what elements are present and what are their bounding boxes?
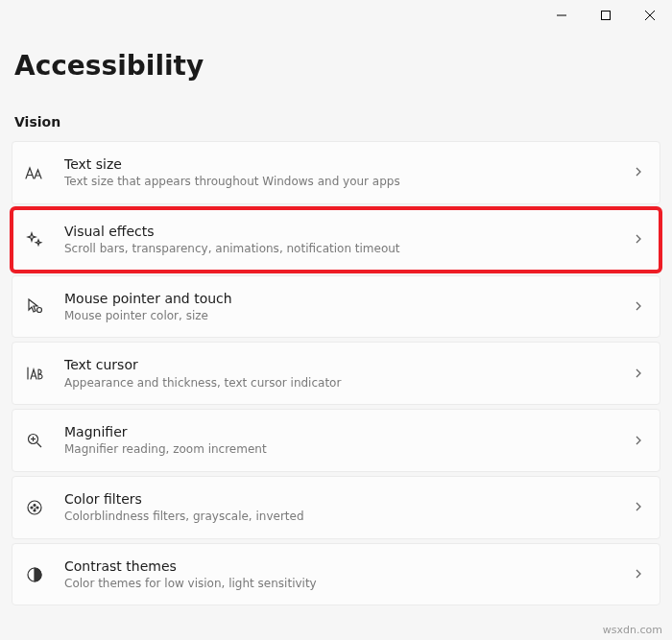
svg-point-4 [37,308,42,313]
item-text-wrap: Visual effects Scroll bars, transparency… [64,223,621,257]
chevron-right-icon [633,498,644,516]
text-cursor-icon [24,363,45,384]
close-button[interactable] [628,0,672,31]
item-mouse-pointer[interactable]: Mouse pointer and touch Mouse pointer co… [12,275,660,339]
sparkle-icon [24,229,45,250]
svg-point-12 [36,507,38,509]
item-subtitle: Mouse pointer color, size [64,309,621,324]
contrast-icon [24,564,45,585]
svg-point-11 [34,504,36,506]
item-text-wrap: Color filters Colorblindness filters, gr… [64,490,621,525]
item-text-wrap: Text size Text size that appears through… [64,155,621,190]
item-subtitle: Scroll bars, transparency, animations, n… [64,242,621,257]
item-text-wrap: Contrast themes Color themes for low vis… [64,557,621,592]
watermark: wsxdn.com [603,624,662,636]
mouse-pointer-icon [24,296,45,317]
svg-rect-1 [602,12,611,20]
item-color-filters[interactable]: Color filters Colorblindness filters, gr… [12,476,660,539]
item-text-wrap: Mouse pointer and touch Mouse pointer co… [64,290,621,324]
item-text-wrap: Text cursor Appearance and thickness, te… [64,356,621,391]
item-subtitle: Color themes for low vision, light sensi… [64,577,621,592]
item-title: Visual effects [64,223,621,240]
chevron-right-icon [633,365,644,383]
item-title: Magnifier [64,423,621,440]
chevron-right-icon [633,565,644,583]
svg-line-7 [37,443,42,448]
item-title: Text size [64,155,621,173]
chevron-right-icon [633,230,644,249]
item-subtitle: Text size that appears throughout Window… [64,175,621,190]
chevron-right-icon [633,432,644,450]
item-title: Color filters [64,490,621,508]
item-subtitle: Appearance and thickness, text cursor in… [64,376,621,391]
color-filters-icon [24,497,45,518]
item-visual-effects[interactable]: Visual effects Scroll bars, transparency… [12,208,660,272]
minimize-button[interactable] [540,0,584,31]
maximize-button[interactable] [584,0,628,31]
item-subtitle: Colorblindness filters, grayscale, inver… [64,510,621,525]
item-text-wrap: Magnifier Magnifier reading, zoom increm… [64,423,621,458]
text-size-icon [24,162,45,183]
svg-point-13 [31,507,33,509]
magnifier-icon [24,430,45,451]
item-title: Contrast themes [64,557,621,575]
item-text-cursor[interactable]: Text cursor Appearance and thickness, te… [12,342,660,405]
item-contrast-themes[interactable]: Contrast themes Color themes for low vis… [12,543,660,606]
item-title: Text cursor [64,356,621,373]
item-subtitle: Magnifier reading, zoom increment [64,442,621,458]
chevron-right-icon [633,163,644,181]
chevron-right-icon [633,297,644,316]
window-controls [540,0,672,31]
item-magnifier[interactable]: Magnifier Magnifier reading, zoom increm… [12,409,660,472]
item-title: Mouse pointer and touch [64,290,621,307]
item-text-size[interactable]: Text size Text size that appears through… [12,141,660,204]
section-header-vision: Vision [0,82,672,141]
vision-items: Text size Text size that appears through… [0,141,672,605]
